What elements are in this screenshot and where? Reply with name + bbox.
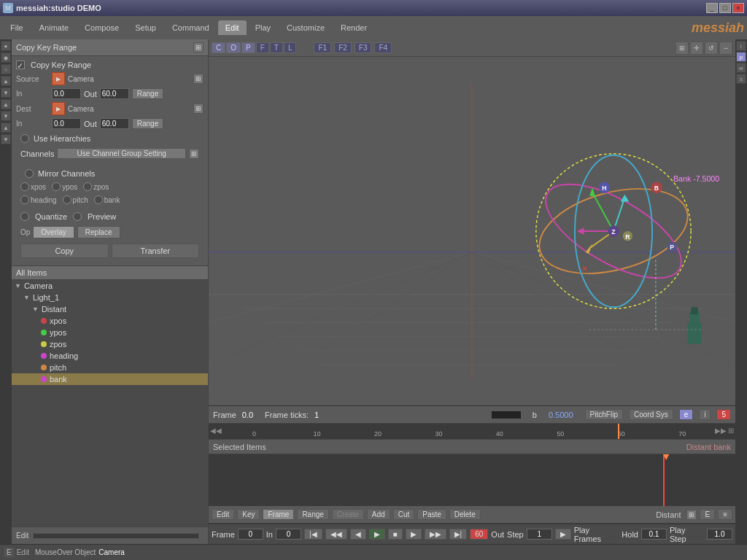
sidebar-icon-7[interactable]: ▼ bbox=[1, 111, 11, 121]
vp-ctrl-2[interactable]: ✛ bbox=[690, 42, 703, 55]
mode-l[interactable]: L bbox=[284, 42, 297, 53]
tl-key-button[interactable]: Key bbox=[237, 509, 260, 520]
menu-file[interactable]: File bbox=[3, 20, 31, 35]
overlay-button[interactable]: Overlay bbox=[33, 226, 74, 238]
pb-hold-input[interactable] bbox=[641, 529, 667, 540]
source-cam-icon[interactable]: ▶ bbox=[52, 72, 65, 85]
pb-prev-frame[interactable]: |◀ bbox=[304, 529, 322, 540]
vp-ctrl-4[interactable]: ↔ bbox=[719, 42, 732, 55]
replace-button[interactable]: Replace bbox=[77, 226, 120, 238]
tree-camera[interactable]: ▼ Camera bbox=[12, 280, 208, 292]
preview-radio[interactable] bbox=[73, 212, 82, 221]
menu-command[interactable]: Command bbox=[165, 20, 217, 35]
tree-pitch[interactable]: pitch bbox=[12, 362, 208, 373]
pb-next[interactable]: ▶▶ bbox=[425, 529, 446, 540]
tree-distant[interactable]: ▼ Distant bbox=[12, 303, 208, 315]
menu-animate[interactable]: Animate bbox=[32, 20, 76, 35]
tl-pin[interactable]: ⊞ bbox=[686, 510, 697, 520]
ruler-right-arrow[interactable]: ▶▶ bbox=[715, 427, 727, 435]
tl-edit-button[interactable]: Edit bbox=[212, 509, 234, 520]
tree-heading[interactable]: heading bbox=[12, 350, 208, 362]
source-range-button[interactable]: Range bbox=[132, 88, 163, 99]
tl-delete-button[interactable]: Delete bbox=[449, 509, 481, 520]
tl-frame-button[interactable]: Frame bbox=[263, 509, 294, 520]
tl-cut-button[interactable]: Cut bbox=[393, 509, 415, 520]
zpos-radio[interactable] bbox=[83, 182, 92, 191]
dest-cam-icon[interactable]: ▶ bbox=[52, 102, 65, 115]
menu-render[interactable]: Render bbox=[333, 20, 374, 35]
pb-step-arrow[interactable]: ▶ bbox=[555, 529, 571, 540]
mode-t[interactable]: T bbox=[270, 42, 283, 53]
titlebar-controls[interactable]: _ □ × bbox=[706, 3, 744, 13]
source-in-input[interactable] bbox=[52, 88, 81, 99]
ypos-radio[interactable] bbox=[52, 182, 61, 191]
xpos-radio[interactable] bbox=[20, 182, 29, 191]
tl-e-button[interactable]: E bbox=[700, 509, 715, 520]
rs-s[interactable]: s bbox=[736, 74, 746, 84]
sidebar-icon-8[interactable]: ▲ bbox=[1, 122, 11, 133]
tree-bank[interactable]: bank bbox=[12, 373, 208, 385]
tree-xpos[interactable]: xpos bbox=[12, 315, 208, 327]
tree-light1[interactable]: ▼ Light_1 bbox=[12, 292, 208, 303]
mirror-channels-radio[interactable] bbox=[25, 169, 34, 178]
maximize-button[interactable]: □ bbox=[719, 3, 731, 13]
dest-in-input[interactable] bbox=[52, 118, 81, 129]
transfer-button[interactable]: Transfer bbox=[112, 244, 200, 258]
mode-f[interactable]: F bbox=[256, 42, 269, 53]
mode-p[interactable]: P bbox=[241, 42, 255, 53]
sidebar-icon-4[interactable]: ▲ bbox=[1, 76, 11, 86]
pb-prev[interactable]: ◀◀ bbox=[325, 529, 347, 540]
pb-step-input[interactable] bbox=[527, 529, 552, 540]
quantize-radio[interactable] bbox=[20, 212, 29, 221]
i-button[interactable]: i bbox=[699, 409, 711, 420]
pb-step-back[interactable]: ◀ bbox=[350, 529, 366, 540]
tl-paste-button[interactable]: Paste bbox=[417, 509, 446, 520]
f1-button[interactable]: F1 bbox=[314, 42, 331, 53]
channel-group-setting-button[interactable]: Use Channel Group Setting bbox=[57, 148, 186, 159]
pb-out-button[interactable]: 60 bbox=[470, 529, 488, 540]
tree-ypos[interactable]: ypos bbox=[12, 327, 208, 338]
menu-customize[interactable]: Customize bbox=[279, 20, 332, 35]
sidebar-icon-5[interactable]: ▼ bbox=[1, 88, 11, 98]
menu-setup[interactable]: Setup bbox=[128, 20, 163, 35]
copy-button[interactable]: Copy bbox=[20, 244, 109, 258]
s-button[interactable]: 5 bbox=[716, 409, 731, 420]
channels-pin[interactable]: ⊞ bbox=[189, 149, 199, 159]
ruler-zoom[interactable]: ⊞ bbox=[728, 427, 734, 435]
f4-button[interactable]: F4 bbox=[374, 42, 392, 53]
source-pin[interactable]: ⊞ bbox=[193, 74, 204, 84]
tree-zpos[interactable]: zpos bbox=[12, 338, 208, 350]
rs-p[interactable]: p bbox=[736, 52, 746, 62]
tl-add-button[interactable]: Add bbox=[367, 509, 390, 520]
f2-button[interactable]: F2 bbox=[334, 42, 352, 53]
menu-play[interactable]: Play bbox=[248, 20, 278, 35]
close-button[interactable]: × bbox=[732, 3, 744, 13]
minimize-button[interactable]: _ bbox=[706, 3, 718, 13]
sidebar-icon-9[interactable]: ▼ bbox=[1, 134, 11, 144]
pb-in-input[interactable] bbox=[276, 529, 301, 540]
e-button[interactable]: e bbox=[679, 409, 694, 420]
pitch-radio[interactable] bbox=[63, 195, 71, 204]
menu-edit[interactable]: Edit bbox=[218, 20, 247, 35]
mode-c[interactable]: C bbox=[212, 42, 225, 53]
tl-range-button[interactable]: Range bbox=[297, 509, 328, 520]
f3-button[interactable]: F3 bbox=[355, 42, 372, 53]
dest-pin[interactable]: ⊞ bbox=[193, 104, 204, 114]
mode-o[interactable]: O bbox=[226, 42, 241, 53]
pb-next-frame[interactable]: ▶| bbox=[449, 529, 468, 540]
rs-w[interactable]: w bbox=[736, 63, 746, 73]
sidebar-icon-1[interactable]: ● bbox=[1, 41, 11, 51]
pb-step-fwd[interactable]: ▶ bbox=[406, 529, 422, 540]
pb-frame-input[interactable] bbox=[238, 529, 263, 540]
bank-radio[interactable] bbox=[94, 195, 103, 204]
coord-sys-button[interactable]: Coord Sys bbox=[629, 409, 673, 420]
pitchflip-button[interactable]: PitchFlip bbox=[585, 409, 623, 420]
heading-radio[interactable] bbox=[20, 195, 29, 204]
tl-create-button[interactable]: Create bbox=[332, 509, 364, 520]
ruler-left-arrow[interactable]: ◀◀ bbox=[210, 427, 222, 435]
pb-play-step-input[interactable] bbox=[707, 529, 732, 540]
source-out-input[interactable] bbox=[100, 88, 129, 99]
panel-pin[interactable]: ⊞ bbox=[193, 42, 204, 52]
vp-ctrl-3[interactable]: ↺ bbox=[705, 42, 718, 55]
copy-key-checkbox[interactable]: ✓ bbox=[16, 61, 25, 69]
